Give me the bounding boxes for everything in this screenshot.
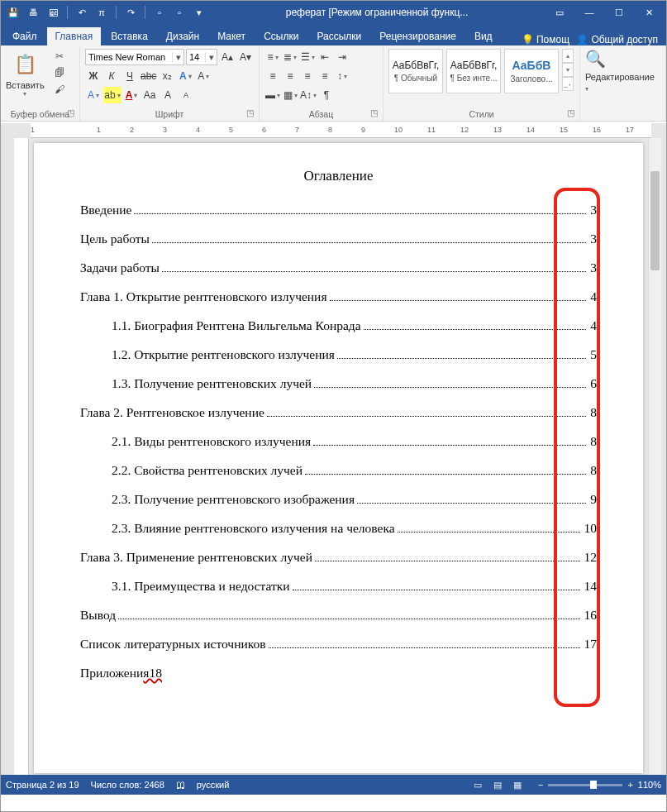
paste-button[interactable]: Вставить <box>6 80 45 90</box>
tab-review[interactable]: Рецензирование <box>371 27 465 45</box>
shading-icon[interactable]: ▬ <box>264 87 281 103</box>
indent-dec-icon[interactable]: ⇤ <box>317 49 333 65</box>
scrollbar-vertical[interactable] <box>648 138 661 775</box>
editing-button[interactable]: Редактирование <box>585 72 655 82</box>
strike-button[interactable]: abc <box>140 68 157 84</box>
align-left-icon[interactable]: ≡ <box>264 68 281 84</box>
grow-font2-icon[interactable]: A <box>160 87 176 103</box>
indent-inc-icon[interactable]: ⇥ <box>334 49 350 65</box>
italic-button[interactable]: К <box>103 68 120 84</box>
tab-layout[interactable]: Макет <box>209 27 254 45</box>
toc-entry: 2.3. Влияние рентгеновского излучения на… <box>80 521 597 536</box>
toc-entry: Вывод 16 <box>80 608 597 623</box>
qat-customize-icon[interactable]: ▾ <box>190 3 208 21</box>
ruler-area: 11234567891011121314151617 <box>1 123 666 138</box>
zoom-control[interactable]: − + 110% <box>538 780 661 790</box>
toc-entry-page: 4 <box>588 289 597 304</box>
status-words[interactable]: Число слов: 2468 <box>91 780 164 790</box>
tab-insert[interactable]: Вставка <box>102 27 156 45</box>
styles-up-icon[interactable]: ▴ <box>562 49 574 63</box>
maximize-icon[interactable]: ☐ <box>605 3 633 21</box>
redo-icon[interactable]: ↷ <box>121 3 140 21</box>
tab-file[interactable]: Файл <box>4 27 45 45</box>
status-page[interactable]: Страница 2 из 19 <box>6 780 79 790</box>
cut-icon[interactable]: ✂ <box>51 49 68 64</box>
file-print-icon[interactable]: 🖶 <box>24 3 42 21</box>
view-read-icon[interactable]: ▭ <box>469 777 487 792</box>
shrink-font2-icon[interactable]: A <box>178 87 194 103</box>
zoom-level[interactable]: 110% <box>638 780 661 790</box>
ruler-horizontal[interactable]: 11234567891011121314151617 <box>31 123 651 138</box>
font-dialog-icon[interactable]: ◳ <box>246 108 254 117</box>
style-normal[interactable]: АаБбВвГг, ¶ Обычный <box>388 49 443 93</box>
toc-entry: 2.1. Виды рентгеновского излучения 8 <box>80 434 597 449</box>
align-center-icon[interactable]: ≡ <box>282 68 298 84</box>
save-icon[interactable]: 💾 <box>4 3 22 21</box>
pi-icon[interactable]: π <box>93 3 111 21</box>
scrollbar-thumb[interactable] <box>650 171 660 270</box>
sort-icon[interactable]: A↕ <box>299 87 317 103</box>
shrink-font-icon[interactable]: A▾ <box>237 49 254 65</box>
find-icon[interactable]: 🔍 <box>585 49 606 69</box>
underline-button[interactable]: Ч <box>121 68 138 84</box>
align-justify-icon[interactable]: ≡ <box>317 68 333 84</box>
grow-font-icon[interactable]: A▴ <box>219 49 236 65</box>
tab-view[interactable]: Вид <box>466 27 501 45</box>
tab-mailings[interactable]: Рассылки <box>308 27 369 45</box>
toc-entry-text: Введение <box>80 203 131 217</box>
paragraph-dialog-icon[interactable]: ◳ <box>370 108 378 117</box>
font-name-combo[interactable]: ▾ <box>85 49 184 65</box>
toc-entry-page: 10 <box>583 521 598 536</box>
change-case-icon[interactable]: Aa <box>141 87 158 103</box>
view-web-icon[interactable]: ▦ <box>508 777 526 792</box>
bullets-icon[interactable]: ≡ <box>264 49 281 65</box>
line-spacing-icon[interactable]: ↕ <box>334 68 350 84</box>
minimize-icon[interactable]: — <box>575 3 603 21</box>
style-heading1[interactable]: АаБбВ Заголово... <box>504 49 559 93</box>
clipboard-dialog-icon[interactable]: ◳ <box>67 108 74 117</box>
text-effects-icon[interactable]: A <box>177 68 193 84</box>
qat-btn2-icon[interactable]: ▫ <box>170 3 188 21</box>
ribbon-tabs: Файл Главная Вставка Дизайн Макет Ссылки… <box>1 24 666 45</box>
copy-icon[interactable]: 🗐 <box>51 65 68 80</box>
highlight-icon[interactable]: ab <box>103 87 121 103</box>
toc-leader-dots <box>293 590 580 590</box>
align-right-icon[interactable]: ≡ <box>299 68 316 84</box>
qat-btn-icon[interactable]: ▫ <box>150 3 169 21</box>
show-marks-icon[interactable]: ¶ <box>318 87 335 103</box>
outline-font-icon[interactable]: A <box>85 87 102 103</box>
styles-down-icon[interactable]: ▾ <box>562 63 574 77</box>
styles-more-icon[interactable]: ⎯▾ <box>562 77 574 91</box>
borders-icon[interactable]: ▦ <box>282 87 298 103</box>
tab-references[interactable]: Ссылки <box>255 27 307 45</box>
tab-design[interactable]: Дизайн <box>158 27 207 45</box>
zoom-out-icon[interactable]: − <box>538 780 543 790</box>
view-print-icon[interactable]: ▤ <box>488 777 507 792</box>
share-button[interactable]: 👤 Общий доступ <box>576 34 658 45</box>
font-color-icon[interactable]: A <box>123 87 140 103</box>
tab-home[interactable]: Главная <box>47 27 102 45</box>
group-font-label: Шрифт <box>155 109 184 119</box>
style-no-spacing[interactable]: АаБбВвГг, ¶ Без инте... <box>446 49 501 93</box>
tell-me[interactable]: 💡 Помощ <box>522 34 569 45</box>
multilevel-icon[interactable]: ☰ <box>299 49 316 65</box>
zoom-in-icon[interactable]: + <box>627 780 632 790</box>
styles-dialog-icon[interactable]: ◳ <box>567 108 574 117</box>
ribbon-options-icon[interactable]: ▭ <box>546 3 574 21</box>
numbering-icon[interactable]: ≣ <box>282 49 298 65</box>
paste-icon[interactable]: 📋 <box>9 49 40 80</box>
ruler-vertical[interactable] <box>14 138 29 775</box>
format-painter-icon[interactable]: 🖌 <box>51 82 68 97</box>
clear-format-icon[interactable]: A <box>195 68 212 84</box>
toc-entry: 1.2. Открытие рентгеновского излучения 5 <box>80 347 597 362</box>
document-page[interactable]: Оглавление Введение 3Цель работы 3Задачи… <box>34 143 643 773</box>
undo-icon[interactable]: ↶ <box>73 3 91 21</box>
quick-btn-icon[interactable]: 🗟 <box>44 3 62 21</box>
zoom-slider[interactable] <box>548 784 622 786</box>
font-size-combo[interactable]: ▾ <box>186 49 217 65</box>
status-proofing-icon[interactable]: 🕮 <box>176 780 185 790</box>
sub-super-icon[interactable]: x₂ <box>159 68 175 84</box>
status-language[interactable]: русский <box>197 780 229 790</box>
close-icon[interactable]: ✕ <box>635 3 663 21</box>
bold-button[interactable]: Ж <box>85 68 102 84</box>
